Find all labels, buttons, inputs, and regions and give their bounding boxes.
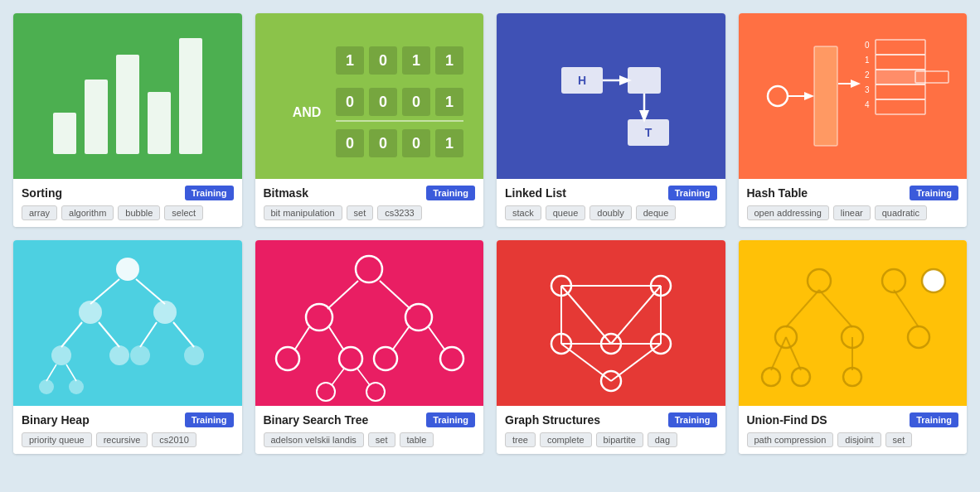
card-linked-list[interactable]: H T Linked List Training stack q	[497, 13, 725, 227]
svg-text:4: 4	[865, 100, 870, 109]
tag-1[interactable]: algorithm	[61, 205, 114, 220]
svg-text:1: 1	[346, 52, 354, 69]
tag-uf-1[interactable]: disjoint	[837, 432, 881, 447]
tag-ll-0[interactable]: stack	[505, 205, 541, 220]
svg-point-82	[339, 347, 362, 370]
svg-line-83	[392, 327, 409, 350]
svg-line-62	[61, 322, 82, 347]
tag-bst-1[interactable]: set	[368, 432, 395, 447]
tag-ll-2[interactable]: doubly	[589, 205, 631, 220]
svg-marker-42	[804, 92, 814, 100]
tag-ht-1[interactable]: linear	[833, 205, 871, 220]
tag-3[interactable]: select	[164, 205, 203, 220]
tag-bh-0[interactable]: priority queue	[22, 432, 92, 447]
svg-point-68	[130, 345, 150, 365]
badge-bst[interactable]: Training	[426, 412, 475, 427]
tags-graph: tree complete bipartite dag	[505, 432, 717, 447]
svg-text:1: 1	[445, 135, 454, 152]
card-footer-sorting: Sorting Training array algorithm bubble …	[13, 179, 242, 227]
card-image-hashtable: 0 1 2 3 4	[739, 13, 968, 179]
svg-line-64	[140, 322, 157, 347]
card-footer-unionfind: Union-Find DS Training path compression …	[739, 406, 968, 454]
svg-rect-2	[116, 55, 139, 154]
card-bitmask[interactable]: 1 0 1 1 AND 0 0 0 1	[255, 13, 484, 227]
tag-graph-2[interactable]: bipartite	[596, 432, 643, 447]
card-image-sorting	[13, 13, 242, 179]
svg-rect-47	[876, 40, 925, 55]
tag-bh-1[interactable]: recursive	[96, 432, 148, 447]
tag-ll-3[interactable]: deque	[636, 205, 677, 220]
card-union-find[interactable]: Union-Find DS Training path compression …	[739, 240, 968, 454]
card-image-bitmask: 1 0 1 1 AND 0 0 0 1	[255, 13, 484, 179]
svg-line-108	[786, 290, 819, 327]
badge-linkedlist[interactable]: Training	[668, 186, 717, 200]
card-binary-heap[interactable]: Binary Heap Training priority queue recu…	[13, 240, 242, 454]
svg-text:0: 0	[379, 135, 387, 152]
tag-bst-0[interactable]: adelson velskii landis	[264, 432, 364, 447]
svg-rect-54	[876, 84, 925, 99]
tag-graph-0[interactable]: tree	[505, 432, 536, 447]
card-graph[interactable]: Graph Structures Training tree complete …	[497, 240, 725, 454]
svg-text:0: 0	[379, 94, 387, 110]
card-bst[interactable]: Binary Search Tree Training adelson vels…	[255, 240, 484, 454]
svg-text:0: 0	[346, 135, 354, 152]
card-title-hashtable: Hash Table	[747, 186, 808, 200]
badge-sorting[interactable]: Training	[185, 186, 234, 200]
svg-point-121	[843, 368, 861, 386]
svg-line-112	[786, 337, 801, 370]
card-footer-hashtable: Hash Table Training open addressing line…	[739, 179, 968, 227]
tag-bst-2[interactable]: table	[400, 432, 434, 447]
card-footer-linkedlist: Linked List Training stack queue doubly …	[497, 179, 725, 227]
svg-line-109	[819, 290, 852, 327]
card-image-binaryheap	[13, 240, 242, 406]
tag-bitmask-0[interactable]: bit manipulation	[264, 205, 342, 220]
tags-hashtable: open addressing linear quadratic	[747, 205, 959, 220]
svg-line-70	[46, 364, 56, 381]
tag-2[interactable]: bubble	[118, 205, 160, 220]
svg-rect-3	[148, 92, 171, 154]
svg-line-79	[294, 327, 309, 350]
svg-text:1: 1	[412, 52, 420, 69]
tag-bitmask-2[interactable]: cs3233	[377, 205, 421, 220]
tags-sorting: array algorithm bubble select	[22, 205, 234, 220]
card-title-unionfind: Union-Find DS	[747, 413, 827, 427]
badge-bitmask[interactable]: Training	[426, 186, 475, 200]
svg-text:1: 1	[445, 52, 454, 69]
tag-bh-2[interactable]: cs2010	[152, 432, 196, 447]
svg-point-57	[116, 258, 139, 281]
tag-0[interactable]: array	[22, 205, 57, 220]
card-sorting[interactable]: Sorting Training array algorithm bubble …	[13, 13, 242, 227]
tag-uf-0[interactable]: path compression	[747, 432, 834, 447]
tag-graph-1[interactable]: complete	[540, 432, 592, 447]
badge-binaryheap[interactable]: Training	[185, 412, 234, 427]
svg-point-119	[762, 368, 780, 386]
svg-text:H: H	[578, 74, 586, 87]
svg-point-115	[882, 269, 905, 292]
card-image-graph	[497, 240, 725, 406]
svg-point-85	[374, 347, 397, 370]
badge-hashtable[interactable]: Training	[910, 186, 958, 200]
svg-line-111	[771, 337, 786, 370]
badge-unionfind[interactable]: Training	[910, 412, 958, 427]
svg-line-110	[894, 290, 919, 327]
tags-unionfind: path compression disjoint set	[747, 432, 959, 447]
tag-ht-0[interactable]: open addressing	[747, 205, 829, 220]
svg-line-95	[611, 286, 661, 344]
badge-graph[interactable]: Training	[668, 412, 717, 427]
tags-binaryheap: priority queue recursive cs2010	[22, 432, 234, 447]
svg-line-84	[429, 327, 445, 350]
tag-bitmask-1[interactable]: set	[347, 205, 374, 220]
svg-point-40	[768, 86, 788, 106]
tag-ll-1[interactable]: queue	[546, 205, 586, 220]
tag-uf-2[interactable]: set	[885, 432, 913, 447]
svg-point-60	[79, 301, 102, 324]
card-grid: Sorting Training array algorithm bubble …	[13, 13, 967, 454]
svg-marker-45	[851, 80, 861, 88]
svg-point-69	[184, 345, 204, 365]
card-title-bitmask: Bitmask	[264, 186, 308, 200]
svg-rect-1	[85, 80, 108, 154]
tag-graph-3[interactable]: dag	[648, 432, 677, 447]
tag-ht-2[interactable]: quadratic	[875, 205, 927, 220]
card-hash-table[interactable]: 0 1 2 3 4 Hash Table Training open addre…	[739, 13, 968, 227]
svg-text:3: 3	[865, 85, 870, 94]
